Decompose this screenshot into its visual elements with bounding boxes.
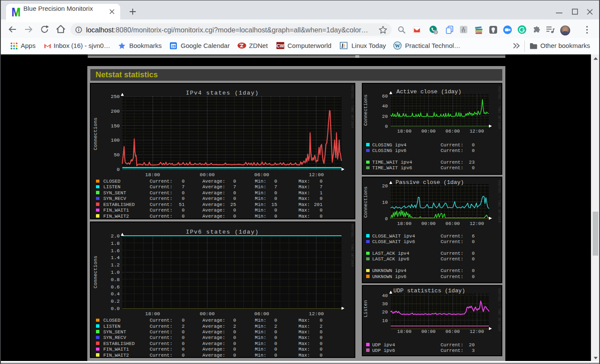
svg-text:1.8: 1.8	[111, 241, 120, 246]
svg-text:0.8: 0.8	[111, 277, 120, 282]
svg-text:40: 40	[382, 104, 388, 109]
svg-text:18:00: 18:00	[145, 172, 160, 177]
svg-text:7: 7	[274, 184, 277, 190]
svg-text:7: 7	[233, 184, 236, 190]
svg-text:0: 0	[385, 124, 388, 129]
svg-text:RRDTOOL / TOBI OETIKER: RRDTOOL / TOBI OETIKER	[498, 288, 501, 332]
svg-text:12:00: 12:00	[309, 311, 324, 317]
svg-text:Connections: Connections	[93, 256, 98, 288]
svg-text:SYN_SENT: SYN_SENT	[103, 190, 126, 196]
svg-text:0: 0	[274, 318, 277, 323]
svg-text:6: 6	[472, 234, 475, 239]
svg-text:0: 0	[319, 347, 322, 352]
svg-text:Max:: Max:	[299, 347, 310, 352]
svg-text:06:00: 06:00	[446, 129, 460, 134]
svg-text:06:00: 06:00	[446, 221, 460, 226]
svg-text:Passive close (1day): Passive close (1day)	[396, 179, 464, 186]
svg-text:Max:: Max:	[299, 179, 310, 184]
svg-text:Current:: Current:	[150, 202, 172, 207]
svg-text:Average:: Average:	[202, 184, 225, 190]
svg-text:0.4: 0.4	[111, 291, 120, 297]
svg-text:2: 2	[319, 324, 322, 329]
svg-text:Current:: Current:	[440, 160, 463, 165]
svg-text:ESTABLISHED: ESTABLISHED	[103, 341, 135, 346]
svg-text:LAST_ACK ipv6: LAST_ACK ipv6	[372, 256, 409, 262]
svg-text:0: 0	[472, 148, 475, 153]
svg-text:Current:: Current:	[150, 214, 172, 219]
svg-text:Max:: Max:	[299, 353, 310, 358]
svg-text:0: 0	[182, 196, 185, 201]
svg-text:Min:: Min:	[255, 324, 266, 329]
svg-text:IPv6 states (1day): IPv6 states (1day)	[186, 229, 259, 235]
svg-text:0: 0	[233, 353, 236, 358]
svg-text:2: 2	[182, 324, 185, 329]
svg-text:Current:: Current:	[440, 342, 463, 348]
svg-text:0: 0	[274, 214, 277, 219]
svg-text:1.2: 1.2	[111, 262, 120, 268]
svg-text:LAST_ACK ipv4: LAST_ACK ipv4	[372, 251, 409, 256]
svg-text:0: 0	[472, 256, 475, 262]
svg-text:Average:: Average:	[202, 196, 225, 201]
svg-text:Average:: Average:	[202, 214, 225, 219]
svg-text:0: 0	[233, 196, 236, 201]
svg-text:12:00: 12:00	[469, 221, 484, 226]
svg-text:0: 0	[182, 179, 185, 184]
svg-text:0: 0	[319, 214, 322, 219]
svg-text:CLOSE_WAIT ipv4: CLOSE_WAIT ipv4	[372, 234, 415, 239]
svg-text:Current:: Current:	[150, 347, 172, 352]
svg-text:Current:: Current:	[150, 318, 172, 323]
svg-text:Max:: Max:	[299, 208, 310, 213]
svg-text:Current:: Current:	[440, 234, 463, 239]
svg-text:SYN_RECV: SYN_RECV	[103, 196, 126, 201]
svg-text:00:00: 00:00	[421, 221, 436, 226]
svg-text:10: 10	[382, 318, 388, 323]
svg-text:0: 0	[182, 329, 185, 335]
svg-text:30: 30	[382, 301, 388, 307]
svg-text:0: 0	[472, 274, 475, 279]
svg-text:150: 150	[111, 123, 120, 129]
svg-text:20: 20	[382, 114, 388, 119]
svg-text:00:00: 00:00	[421, 129, 436, 134]
svg-text:CLOSED: CLOSED	[103, 318, 121, 323]
svg-text:0: 0	[274, 335, 277, 340]
svg-text:100: 100	[111, 137, 120, 143]
svg-text:0: 0	[472, 251, 475, 256]
svg-text:Current:: Current:	[150, 341, 172, 346]
svg-text:0: 0	[117, 167, 120, 172]
svg-text:0: 0	[274, 341, 277, 346]
svg-text:FIN_WAIT2: FIN_WAIT2	[103, 214, 129, 219]
svg-text:0: 0	[274, 190, 277, 196]
svg-text:0: 0	[472, 165, 475, 171]
svg-text:0: 0	[274, 208, 277, 213]
svg-text:0: 0	[233, 335, 236, 340]
svg-text:06:00: 06:00	[254, 311, 269, 317]
svg-text:RRDTOOL / TOBI OETIKER: RRDTOOL / TOBI OETIKER	[351, 85, 354, 129]
svg-text:Min:: Min:	[255, 208, 266, 213]
svg-text:0: 0	[182, 341, 185, 346]
svg-text:CLOSED: CLOSED	[103, 179, 121, 184]
svg-text:50: 50	[114, 152, 120, 158]
svg-text:?: ?	[435, 31, 437, 35]
svg-text:Current:: Current:	[440, 348, 463, 353]
svg-text:20: 20	[382, 310, 388, 315]
svg-text:Current:: Current:	[150, 353, 172, 358]
svg-text:Average:: Average:	[202, 179, 225, 184]
svg-text:06:00: 06:00	[446, 329, 460, 334]
svg-text:Current:: Current:	[150, 324, 172, 329]
svg-text:RRDTOOL / TOBI OETIKER: RRDTOOL / TOBI OETIKER	[351, 224, 354, 267]
svg-text:Max:: Max:	[299, 324, 310, 329]
svg-text:Current:: Current:	[440, 256, 463, 262]
svg-text:25: 25	[230, 202, 236, 207]
svg-text:0: 0	[472, 268, 475, 273]
svg-text:CW: CW	[277, 43, 284, 48]
svg-text:Max:: Max:	[299, 196, 310, 201]
svg-text:Max:: Max:	[299, 341, 310, 346]
svg-text:00:00: 00:00	[200, 172, 215, 177]
svg-text:1.0: 1.0	[111, 269, 120, 275]
svg-text:12:00: 12:00	[469, 129, 484, 134]
svg-text:3: 3	[472, 348, 475, 353]
svg-text:20: 20	[382, 184, 388, 189]
svg-text:7: 7	[319, 184, 322, 190]
svg-text:2: 2	[233, 324, 236, 329]
svg-text:Current:: Current:	[150, 179, 172, 184]
